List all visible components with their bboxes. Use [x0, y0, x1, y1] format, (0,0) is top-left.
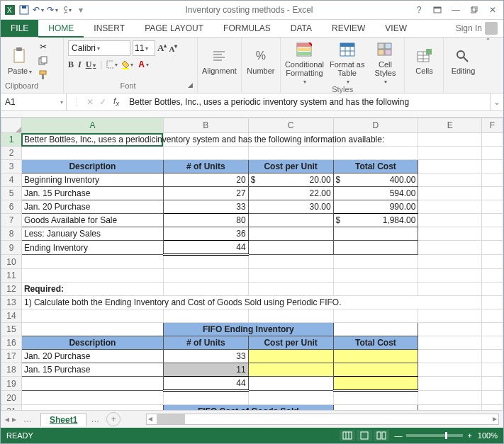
editing-button[interactable]: Editing [448, 47, 478, 75]
cell-styles-button[interactable]: CellStyles [370, 40, 400, 85]
sheet-nav-last-icon[interactable]: ▸ [12, 414, 16, 424]
svg-rect-22 [297, 43, 311, 47]
restore-icon[interactable] [468, 4, 481, 16]
insert-cells-icon [415, 47, 433, 65]
column-headers: A B C D E F [1, 118, 503, 133]
borders-icon[interactable] [106, 59, 118, 70]
col-D[interactable]: D [333, 118, 418, 133]
group-clipboard: Paste ✂ Clipboard [1, 38, 64, 93]
tab-page-layout[interactable]: PAGE LAYOUT [135, 20, 213, 37]
tab-file[interactable]: FILE [1, 20, 38, 37]
svg-rect-27 [340, 43, 354, 47]
svg-point-40 [457, 51, 464, 58]
alignment-icon [210, 47, 228, 65]
group-font: Calibri 11 A▴ A▾ B I U | A Font◢ [64, 38, 198, 93]
col-F[interactable]: F [482, 118, 503, 133]
collapse-ribbon-icon[interactable]: ˆ [482, 38, 493, 93]
cut-icon[interactable]: ✂ [38, 41, 49, 52]
svg-rect-12 [41, 57, 47, 63]
excel-icon: X [5, 5, 15, 15]
conditional-formatting-button[interactable]: ConditionalFormatting [285, 40, 324, 85]
decrease-font-icon[interactable]: A▾ [169, 43, 177, 53]
grid[interactable]: A B C D E F 1Better Bottles, Inc., uses … [1, 118, 503, 410]
cell-A1[interactable]: Better Bottles, Inc., uses a periodicinv… [21, 133, 163, 147]
copy-icon[interactable] [38, 55, 49, 67]
sign-in[interactable]: Sign In [450, 20, 503, 37]
page-break-view-icon[interactable] [374, 430, 389, 441]
excel-window: X ↶ ↷ ▾ Inventory costing methods - Exce… [0, 0, 504, 444]
svg-rect-6 [434, 7, 441, 8]
zoom-in-icon[interactable]: + [467, 431, 471, 440]
touch-mode-icon[interactable] [62, 5, 72, 15]
tab-review[interactable]: REVIEW [322, 20, 375, 37]
increase-font-icon[interactable]: A▴ [157, 42, 167, 54]
normal-view-icon[interactable] [340, 430, 355, 441]
paste-icon [11, 47, 29, 65]
expand-formula-icon[interactable]: ⌄ [490, 93, 503, 110]
group-cells: Cells [405, 38, 444, 93]
horizontal-scrollbar[interactable]: ◂ ▸ [146, 414, 499, 425]
svg-rect-23 [297, 47, 311, 51]
col-A[interactable]: A [21, 118, 163, 133]
ribbon-tabs: FILE HOME INSERT PAGE LAYOUT FORMULAS DA… [1, 20, 503, 38]
tab-data[interactable]: DATA [281, 20, 322, 37]
tab-formulas[interactable]: FORMULAS [213, 20, 281, 37]
help-icon[interactable]: ? [413, 4, 425, 16]
font-color-icon[interactable]: A [138, 59, 149, 70]
svg-rect-32 [385, 43, 391, 49]
zoom-slider[interactable] [406, 434, 463, 437]
minimize-icon[interactable]: — [449, 4, 462, 16]
format-as-table-button[interactable]: Format asTable [330, 40, 365, 85]
conditional-formatting-icon [295, 40, 313, 59]
fx-icon[interactable]: fx [112, 96, 121, 108]
tab-insert[interactable]: INSERT [84, 20, 135, 37]
format-painter-icon[interactable] [38, 69, 49, 81]
svg-rect-33 [378, 50, 384, 55]
svg-rect-42 [343, 432, 352, 439]
tab-home[interactable]: HOME [38, 20, 84, 38]
col-B[interactable]: B [163, 118, 248, 133]
page-layout-view-icon[interactable] [357, 430, 372, 441]
sheet-list-icon[interactable]: … [19, 414, 36, 424]
formula-input[interactable]: Better Bottles, Inc., uses a periodic in… [126, 93, 490, 110]
find-icon [454, 47, 472, 65]
zoom-out-icon[interactable]: — [394, 431, 402, 440]
quick-access-toolbar: X ↶ ↷ ▾ [1, 5, 90, 15]
bold-icon[interactable]: B [68, 59, 74, 70]
cells-button[interactable]: Cells [409, 47, 439, 75]
group-alignment: Alignment [198, 38, 242, 93]
col-C[interactable]: C [248, 118, 333, 133]
fill-color-icon[interactable] [122, 59, 133, 70]
italic-icon[interactable]: I [78, 59, 82, 70]
close-icon[interactable]: ✕ [486, 4, 499, 16]
svg-rect-10 [16, 47, 22, 51]
paste-button[interactable]: Paste [5, 47, 35, 76]
enter-formula-icon[interactable]: ✓ [99, 97, 106, 107]
cancel-formula-icon[interactable]: ✕ [86, 97, 94, 107]
number-button[interactable]: % Number [246, 47, 276, 75]
alignment-button[interactable]: Alignment [202, 47, 237, 75]
name-box[interactable]: A1 [1, 93, 67, 110]
save-icon[interactable] [19, 5, 29, 15]
qat-customize-icon[interactable]: ▾ [76, 5, 86, 15]
font-size[interactable]: 11 [133, 40, 155, 56]
redo-icon[interactable]: ↷ [47, 5, 57, 15]
sheet-nav-first-icon[interactable]: ◂ [5, 414, 9, 424]
sheet-tab[interactable]: Sheet1 [40, 413, 86, 426]
undo-icon[interactable]: ↶ [33, 5, 43, 15]
underline-icon[interactable]: U [86, 59, 96, 70]
avatar-icon [485, 22, 498, 35]
select-all[interactable] [1, 118, 22, 133]
font-name[interactable]: Calibri [68, 40, 130, 56]
zoom-level[interactable]: 100% [478, 431, 498, 440]
percent-icon: % [252, 47, 270, 65]
ribbon: Paste ✂ Clipboard Calibri 11 A▴ A▾ [1, 38, 503, 93]
svg-rect-39 [426, 49, 432, 55]
svg-rect-45 [361, 432, 368, 439]
col-E[interactable]: E [418, 118, 482, 133]
svg-rect-34 [385, 50, 391, 55]
ribbon-display-icon[interactable] [431, 4, 444, 16]
new-sheet-icon[interactable]: + [106, 412, 121, 426]
tab-view[interactable]: VIEW [375, 20, 417, 37]
group-styles: ConditionalFormatting Format asTable Cel… [281, 38, 405, 93]
